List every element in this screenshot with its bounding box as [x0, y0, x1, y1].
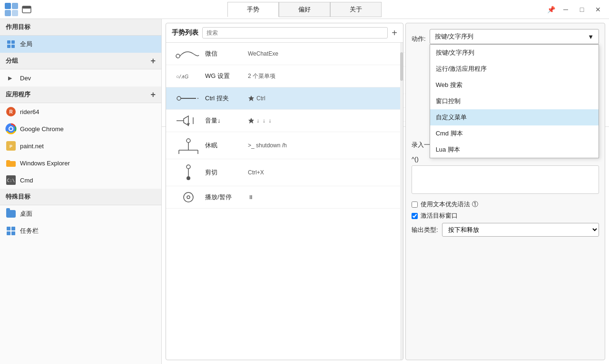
app-label: 应用程序	[6, 90, 30, 99]
app-header: 应用程序 +	[0, 86, 161, 103]
desktop-icon	[6, 209, 16, 219]
output-type-select[interactable]: 按下和释放	[442, 223, 599, 237]
maximize-button[interactable]: □	[575, 4, 589, 15]
sidebar-item-taskbar[interactable]: 任务栏	[0, 222, 161, 239]
sidebar-item-chrome[interactable]: Google Chrome	[0, 120, 161, 137]
svg-point-27	[197, 98, 198, 99]
gesture-search-input[interactable]	[202, 27, 388, 38]
gesture-list-title: 手势列表	[172, 29, 198, 37]
gesture-row-play[interactable]: 播放/暂停 ⏸	[166, 186, 400, 209]
activate-target-checkbox[interactable]	[412, 213, 418, 219]
gesture-action-ctrl: Ctrl	[248, 95, 394, 102]
activate-target-label: 激活目标窗口	[421, 211, 458, 220]
action-target-label: 作用目标	[6, 23, 30, 31]
svg-point-29	[187, 139, 190, 143]
action-dropdown-select[interactable]: 按键/文字序列 ▼	[430, 29, 599, 44]
main-layout: 作用目标 全局 分组 + ▶ Dev	[0, 19, 609, 364]
dropdown-item-cmdscript[interactable]: Cmd 脚本	[430, 125, 599, 142]
gesture-row-wechat[interactable]: 微信 WeChatExe	[166, 43, 400, 65]
svg-point-38	[184, 192, 193, 202]
sidebar-item-explorer[interactable]: Windows Explorer	[0, 154, 161, 172]
dropdown-item-custommenu[interactable]: 自定义菜单	[430, 109, 599, 125]
sidebar-item-cmd[interactable]: C:\ Cmd	[0, 172, 161, 189]
svg-rect-3	[12, 10, 18, 16]
sidebar: 作用目标 全局 分组 + ▶ Dev	[0, 19, 162, 364]
explorer-icon	[6, 158, 16, 168]
app-add-button[interactable]: +	[150, 90, 156, 99]
svg-rect-1	[12, 3, 18, 9]
use-text-priority-row: 使用文本优先语法 ①	[412, 200, 599, 209]
global-icon	[6, 39, 16, 49]
tab-gesture[interactable]: 手势	[227, 2, 279, 17]
rider64-icon: R	[6, 106, 16, 117]
titlebar-controls: 📌 ─ □ ✕	[545, 4, 605, 15]
minimize-button[interactable]: ─	[559, 4, 573, 15]
chrome-icon	[6, 124, 16, 134]
action-dropdown-container: 按键/文字序列 ▼ 按键/文字序列 运行/激活应用程序 Web 搜索 窗口控制 …	[430, 29, 599, 44]
pin-button[interactable]: 📌	[545, 4, 557, 15]
sidebar-item-dev[interactable]: ▶ Dev	[0, 69, 161, 86]
use-text-priority-checkbox[interactable]	[412, 201, 418, 208]
gesture-icon-cut	[172, 163, 205, 182]
gesture-row-sleep[interactable]: 休眠 >_ shutdown /h	[166, 132, 400, 159]
svg-rect-7	[11, 40, 15, 44]
gesture-action-wechat: WeChatExe	[248, 50, 394, 57]
gesture-scrollbar[interactable]	[400, 43, 403, 360]
sidebar-item-rider64[interactable]: R rider64	[0, 103, 161, 120]
gesture-panel-overlay: 手势列表 +	[162, 19, 609, 364]
svg-rect-6	[7, 40, 10, 44]
title-icon	[22, 5, 31, 14]
dropdown-item-runapp[interactable]: 运行/激活应用程序	[430, 61, 599, 77]
sidebar-item-global[interactable]: 全局	[0, 36, 161, 53]
action-target-header: 作用目标	[0, 19, 161, 36]
tab-about[interactable]: 关于	[330, 2, 382, 17]
gesture-row-wg[interactable]: ○/∧G WG 设置 2 个菜单项	[166, 65, 400, 87]
svg-rect-2	[5, 10, 11, 16]
action-dropdown-menu: 按键/文字序列 运行/激活应用程序 Web 搜索 窗口控制 自定义菜单 Cmd …	[430, 44, 599, 158]
close-button[interactable]: ✕	[591, 4, 605, 15]
cmd-label: Cmd	[20, 177, 156, 184]
action-textarea[interactable]	[412, 165, 599, 194]
gesture-row-volume[interactable]: 音量↓ ↓ ↓ ↓	[166, 110, 400, 132]
sidebar-item-paintnet[interactable]: P paint.net	[0, 137, 161, 154]
gesture-name-volume: 音量↓	[205, 116, 248, 125]
group-header: 分组 +	[0, 53, 161, 69]
action-panel: 动作: 按键/文字序列 ▼ 按键/文字序列 运行/激活应用程序 Web 搜索 窗…	[405, 23, 605, 360]
gesture-action-sleep: >_ shutdown /h	[248, 142, 394, 149]
activate-target-row: 激活目标窗口	[412, 211, 599, 220]
gesture-list-body: 微信 WeChatExe ○/∧G WG 设置 2 个菜单项	[166, 43, 403, 360]
dropdown-item-websearch[interactable]: Web 搜索	[430, 77, 599, 93]
group-add-button[interactable]: +	[150, 57, 156, 65]
gesture-action-wg: 2 个菜单项	[248, 72, 394, 80]
titlebar-tabs: 手势 偏好 关于	[227, 2, 382, 17]
gesture-row-ctrl[interactable]: Ctrl 捏夹 Ctrl	[166, 87, 400, 110]
svg-point-36	[187, 176, 190, 180]
dropdown-item-luascript[interactable]: Lua 脚本	[430, 142, 599, 158]
gesture-row-cut[interactable]: 剪切 Ctrl+X	[166, 159, 400, 186]
svg-text:C:\: C:\	[7, 178, 15, 183]
gesture-icon-volume	[172, 114, 205, 128]
gesture-add-button[interactable]: +	[392, 28, 397, 38]
action-label: 动作:	[412, 35, 426, 43]
svg-text:P: P	[10, 144, 12, 149]
app-logo-icon	[4, 2, 19, 17]
ctrl-action-text: Ctrl	[256, 95, 265, 102]
gesture-action-volume: ↓ ↓ ↓	[248, 117, 394, 124]
special-targets-label: 特殊目标	[6, 192, 30, 201]
global-label: 全局	[20, 40, 156, 48]
svg-rect-9	[11, 45, 15, 48]
svg-rect-0	[5, 3, 11, 9]
gesture-action-cut: Ctrl+X	[248, 169, 394, 176]
gesture-icon-sleep	[172, 136, 205, 155]
output-type-label: 输出类型:	[412, 226, 438, 234]
dropdown-item-keyseq[interactable]: 按键/文字序列	[430, 45, 599, 61]
group-label: 分组	[6, 57, 18, 65]
tab-preference[interactable]: 偏好	[279, 2, 330, 17]
dropdown-item-winctrl[interactable]: 窗口控制	[430, 93, 599, 109]
dev-icon: ▶	[6, 73, 16, 83]
svg-point-34	[187, 165, 190, 169]
svg-point-14	[10, 127, 12, 130]
sidebar-item-desktop[interactable]: 桌面	[0, 205, 161, 222]
volume-action-text: ↓ ↓ ↓	[256, 117, 271, 124]
gesture-list-header: 手势列表 +	[166, 23, 403, 43]
